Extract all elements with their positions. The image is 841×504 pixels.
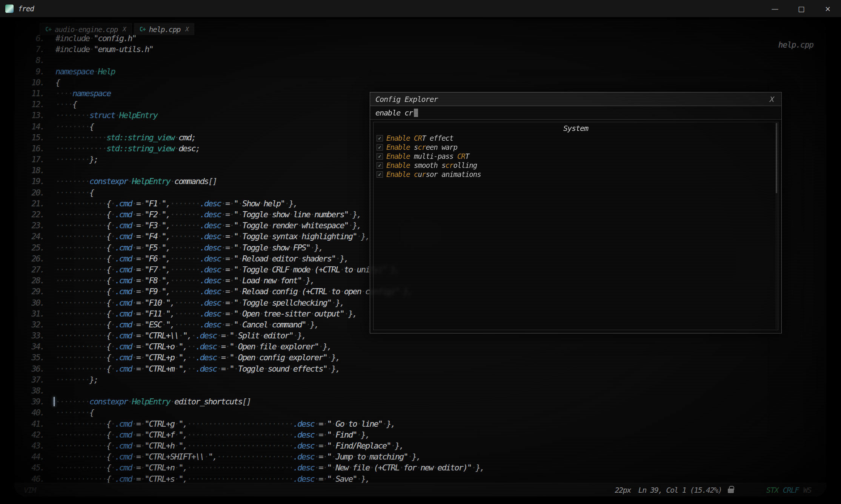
checkbox-icon[interactable]: ✓ [377, 162, 383, 169]
scrollbar-thumb[interactable] [776, 123, 777, 193]
code-line[interactable]: 44.············{·.cmd·=·"CTRL+SHIFT+\\·"… [15, 451, 826, 462]
whitespace-dots: · [174, 419, 178, 429]
config-option[interactable]: ✓Enable smooth scrolling [374, 161, 778, 170]
code-token: }, [314, 243, 323, 252]
code-token: .desc [195, 342, 217, 351]
code-token: " [178, 364, 183, 373]
code-line[interactable]: 34.············{·.cmd·=·"CTRL+o·",··.des… [15, 341, 826, 352]
config-explorer-titlebar[interactable]: Config Explorer X [370, 92, 781, 106]
whitespace-dots: · [229, 199, 234, 208]
code-text: ············{·.cmd·=·"CTRL+f·",·········… [55, 429, 369, 440]
code-line[interactable]: 36.············{·.cmd·=·"CTRL+m·",··.des… [15, 363, 826, 374]
code-token: " [229, 364, 234, 373]
whitespace-indicator[interactable]: WS [803, 486, 811, 495]
checkbox-icon[interactable]: ✓ [377, 144, 383, 151]
code-token: }, [361, 232, 370, 241]
maximize-button[interactable]: □ [788, 0, 815, 17]
whitespace-dots: · [140, 463, 145, 472]
config-option[interactable]: ✓Enable cursor animations [374, 170, 778, 179]
code-line[interactable]: 7.#include·"enum-utils.h" [15, 44, 826, 55]
code-line[interactable]: 37.········}; [15, 374, 826, 385]
code-token: = [318, 441, 323, 450]
code-token: Toggle [242, 243, 268, 252]
whitespace-dots: · [111, 221, 115, 230]
whitespace-dots: · [170, 177, 174, 186]
code-token: , [183, 342, 187, 351]
whitespace-dots: · [221, 276, 225, 285]
checkbox-icon[interactable]: ✓ [377, 153, 383, 160]
code-line[interactable]: 45.············{·.cmd·=·"CTRL+n·",······… [15, 462, 826, 473]
config-option[interactable]: ✓Enable CRT effect [374, 134, 778, 143]
code-line[interactable]: 35.············{·.cmd·=·"CTRL+p·",··.des… [15, 352, 826, 363]
code-token: " [234, 287, 238, 296]
code-token: { [106, 221, 111, 230]
checkbox-icon[interactable]: ✓ [377, 171, 383, 178]
code-token: Open [238, 342, 255, 351]
config-scrollbar[interactable] [775, 123, 778, 329]
close-button[interactable]: × [815, 0, 841, 17]
whitespace-dots: · [111, 232, 115, 241]
code-text: ············{·.cmd·=·"F8·",·······.desc·… [55, 275, 314, 286]
whitespace-dots: · [111, 331, 115, 340]
code-line[interactable]: 39.········constexpr·HelpEntry·editor_sh… [15, 396, 826, 407]
code-line[interactable]: 43.············{·.cmd·=·"CTRL+h·",······… [15, 440, 826, 451]
code-token: { [106, 353, 111, 362]
code-line[interactable]: 38. [15, 385, 826, 396]
code-line[interactable]: 10.{ [15, 77, 826, 88]
minimize-button[interactable]: — [762, 0, 788, 17]
code-line[interactable]: 8. [15, 55, 826, 66]
whitespace-dots: · [132, 342, 136, 351]
config-search-input[interactable]: enable cr [370, 106, 781, 120]
tab-close-icon[interactable]: X [123, 26, 126, 33]
code-token: Toggle [242, 265, 268, 274]
line-number: 39. [15, 396, 44, 407]
whitespace-dots: · [140, 243, 145, 252]
code-token: .cmd [115, 199, 132, 208]
whitespace-dots: · [140, 452, 145, 461]
whitespace-dots: · [357, 419, 361, 429]
code-token: .cmd [115, 452, 132, 461]
code-token: .desc [200, 265, 221, 274]
whitespace-dots: ············ [55, 265, 106, 274]
checkbox-icon[interactable]: ✓ [377, 135, 383, 141]
code-token: .cmd [115, 243, 132, 252]
whitespace-dots: ············ [55, 144, 106, 153]
code-text: ············{·.cmd·=·"F2·",·······.desc·… [55, 209, 361, 220]
whitespace-dots: · [297, 232, 301, 241]
code-token: " [166, 298, 170, 307]
lock-icon[interactable] [728, 489, 734, 493]
code-token: = [136, 331, 140, 340]
line-number: 45. [15, 462, 44, 473]
code-line[interactable]: 41.············{·.cmd·=·"CTRL+g·",······… [15, 418, 826, 429]
code-token: Cancel [242, 320, 268, 329]
line-number: 40. [15, 407, 44, 418]
config-option[interactable]: ✓Enable multi-pass CRT [374, 152, 778, 161]
code-line[interactable]: 42.············{·.cmd·=·"CTRL+f·",······… [15, 429, 826, 440]
label-text: s [410, 143, 418, 151]
line-ending-indicator[interactable]: CRLF [783, 486, 799, 495]
syntax-indicator[interactable]: STX [766, 486, 778, 495]
code-token: .desc [293, 474, 314, 484]
whitespace-dots: · [310, 309, 314, 318]
code-token: .desc [200, 276, 221, 285]
tab-audio-engine-cpp[interactable]: C+ audio-engine.cpp X [40, 23, 132, 35]
code-token: = [318, 430, 323, 439]
code-token: std::string_view [106, 133, 174, 142]
whitespace-dots: · [157, 254, 161, 263]
tab-close-icon[interactable]: X [185, 26, 189, 33]
code-token: HelpEntry [119, 111, 157, 120]
code-token: .cmd [115, 353, 132, 362]
tab-help-cpp[interactable]: C+ help.cpp X [134, 23, 194, 35]
code-text: ············{·.cmd·=·"ESC·",······.desc·… [55, 319, 318, 330]
code-line[interactable]: 9.namespace·Help [15, 66, 826, 77]
whitespace-dots: · [331, 463, 335, 472]
code-token: { [89, 188, 94, 197]
config-option[interactable]: ✓Enable screen warp [374, 143, 778, 152]
code-text: ············{·.cmd·=·"F10·",······.desc·… [55, 297, 344, 308]
config-explorer-close-icon[interactable]: X [767, 95, 776, 104]
whitespace-dots: · [140, 309, 145, 318]
code-token: { [106, 287, 111, 296]
whitespace-dots: · [140, 342, 145, 351]
config-option-label: Enable cursor animations [386, 170, 481, 178]
code-line[interactable]: 40.········{ [15, 407, 826, 418]
